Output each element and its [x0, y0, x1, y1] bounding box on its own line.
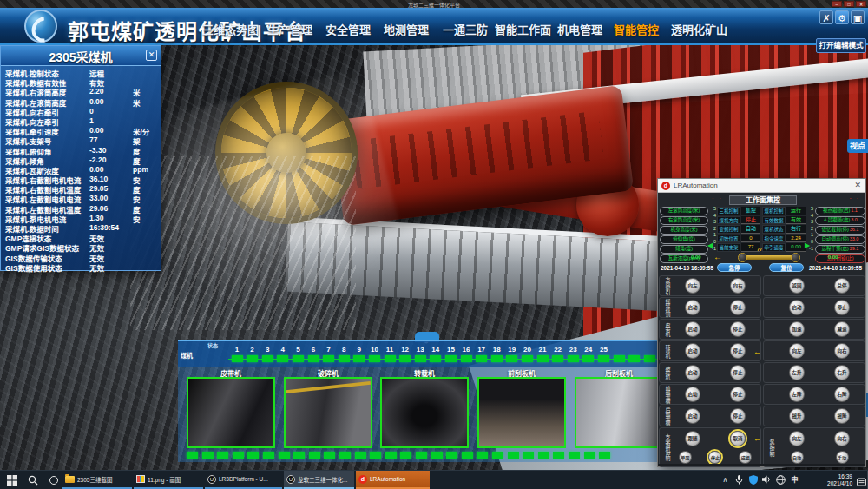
control-button[interactable]: 启动 [789, 300, 805, 315]
control-button[interactable]: 右升 [834, 365, 850, 380]
speaker-icon[interactable] [761, 475, 773, 486]
ime-indicator[interactable]: 中 [789, 475, 800, 486]
status-square [461, 355, 472, 362]
telemetry-label: 采煤机.向左牵引 [5, 116, 59, 127]
control-button[interactable]: 左升 [789, 365, 805, 380]
status-value: 运行 [786, 207, 806, 215]
nav-item-1[interactable]: 三维态势图 [202, 21, 259, 37]
taskbar-app-2[interactable]: 11.png - 画图 [134, 471, 203, 489]
camera-thumbnail-3[interactable] [380, 377, 469, 448]
control-button[interactable]: 摇降 [834, 408, 850, 424]
start-button[interactable] [3, 473, 21, 487]
control-button[interactable]: 加速 [789, 321, 805, 337]
control-button[interactable]: 右降 [834, 387, 850, 402]
control-button[interactable]: 向右 [834, 431, 850, 446]
control-button[interactable]: 启动 [685, 321, 700, 337]
search-icon[interactable] [24, 473, 42, 487]
control-button[interactable]: 停止 [730, 387, 746, 402]
control-button[interactable]: 向左 [789, 431, 805, 446]
control-button[interactable]: 单架 [679, 451, 692, 464]
camera-thumbnail-2[interactable] [284, 377, 372, 448]
lra-close-icon[interactable]: ✕ [854, 181, 861, 189]
fit-view-icon[interactable]: ▣ [851, 10, 865, 24]
meter-button[interactable]: 机身高度(米) [660, 226, 708, 235]
control-button[interactable]: 停止 [834, 300, 850, 315]
control-button[interactable]: 向左 [685, 278, 700, 294]
meter-button[interactable]: 记忆截割(停)36.1 [815, 226, 865, 235]
control-button[interactable]: 自动 [791, 451, 804, 464]
tray-expand-icon[interactable]: ∧ [720, 475, 731, 486]
camera-thumbnail-1[interactable] [187, 377, 275, 448]
meter-button[interactable]: 俯仰角(度) [660, 235, 708, 244]
meter-button[interactable]: 视点跟随(启)1.1 [815, 207, 865, 215]
meter-button[interactable]: 左滚筒高度(米) [660, 207, 708, 215]
camera-thumbnail-4[interactable] [477, 377, 566, 448]
control-button[interactable]: 启动 [685, 300, 700, 315]
taskbar-app-5[interactable]: dLRAutomation [356, 471, 430, 489]
control-button[interactable]: 启动 [685, 343, 700, 359]
control-button[interactable]: 取消 [730, 431, 746, 446]
meter-button[interactable]: 急停闭锁(止) [815, 254, 865, 263]
network-globe-icon[interactable] [775, 475, 786, 486]
control-button[interactable]: 向右 [834, 343, 850, 359]
panel-close-icon[interactable]: ✕ [146, 50, 157, 61]
reset-button[interactable]: 复位 [769, 263, 804, 272]
tools-icon[interactable]: ✗ [819, 10, 833, 24]
control-button[interactable]: 停止 [730, 343, 746, 359]
meter-button[interactable]: 人员跟随(启)3.0 [815, 216, 865, 225]
close-button[interactable]: ✕ [856, 1, 866, 7]
nav-item-6[interactable]: 智能工作面 [495, 21, 551, 37]
control-button[interactable]: 手动 [836, 451, 849, 464]
nav-item-7[interactable]: 机电管理 [557, 21, 602, 37]
minimize-button[interactable]: – [832, 1, 842, 7]
control-button[interactable]: 成组 [739, 451, 752, 464]
taskbar-app-4[interactable]: U龙软二三维一体化... [284, 471, 354, 489]
meter-button[interactable]: 倾角(度) [660, 245, 708, 254]
nav-item-4[interactable]: 地测管理 [384, 21, 429, 37]
action-center-icon[interactable] [857, 475, 866, 489]
meter-button[interactable]: 右滚筒高度(米) [660, 216, 708, 225]
nav-item-9[interactable]: 透明化矿山 [671, 21, 727, 37]
control-button[interactable]: 向左 [789, 343, 805, 359]
control-button[interactable]: 启动 [685, 387, 700, 402]
nav-item-5[interactable]: 一通三防 [443, 21, 488, 37]
nav-item-2[interactable]: 生产管理 [267, 21, 312, 37]
nav-item-8[interactable]: 智能管控 [614, 21, 659, 37]
taskbar-app-1[interactable]: 2305三维截图 [62, 471, 132, 489]
control-button[interactable]: 启动 [685, 365, 700, 380]
cortana-icon[interactable] [45, 473, 62, 487]
meter-button[interactable]: 远程干预(启)29.1 [815, 245, 865, 254]
nav-toolbar: ✗⚙▣ [819, 10, 865, 24]
microphone-icon[interactable] [733, 475, 745, 486]
control-button[interactable]: 停止 [730, 408, 746, 424]
scale-tick: 5 [709, 206, 716, 213]
control-button[interactable]: 摇升 [789, 408, 805, 424]
window-titlebar[interactable]: 龙软二三维一体化平台 – □ ✕ [0, 0, 868, 8]
control-button[interactable]: 左降 [789, 387, 805, 402]
telemetry-label: 采煤机.右截割电机温度 [5, 184, 81, 195]
control-button[interactable]: 停止 [730, 300, 746, 315]
control-button[interactable]: 停止 [730, 365, 746, 380]
open-edit-mode-button[interactable]: 打开编辑模式 [816, 38, 866, 53]
taskbar-clock[interactable]: 16:39 2021/4/10 [827, 473, 852, 487]
control-button[interactable]: 跟随 [685, 431, 700, 446]
control-button[interactable]: 启动 [685, 408, 700, 424]
status-row: 三机控制集控 [717, 207, 760, 215]
meter-button[interactable]: 自动调高(停)33.0 [815, 235, 865, 244]
control-button[interactable]: 总停 [834, 278, 850, 294]
security-shield-icon[interactable] [747, 475, 759, 486]
settings-icon[interactable]: ⚙ [835, 10, 849, 24]
lra-titlebar[interactable]: d LRAutomation ✕ [658, 179, 865, 193]
control-button[interactable]: 向右 [730, 278, 746, 294]
taskbar-app-3[interactable]: ULR3DPlatform - U... [205, 471, 282, 489]
meter-value: 1.1 [851, 208, 858, 213]
control-button[interactable]: 减速 [834, 321, 850, 337]
viewpoint-tab[interactable]: 视点 [847, 139, 868, 153]
control-button[interactable]: 停止 [708, 451, 721, 464]
camera-thumbnail-5[interactable] [575, 377, 663, 448]
nav-item-3[interactable]: 安全管理 [326, 21, 371, 37]
control-button[interactable]: 停止 [730, 321, 746, 337]
maximize-button[interactable]: □ [844, 1, 854, 7]
control-button[interactable]: 返回 [789, 278, 805, 294]
estop-button[interactable]: 急停 [717, 263, 752, 272]
